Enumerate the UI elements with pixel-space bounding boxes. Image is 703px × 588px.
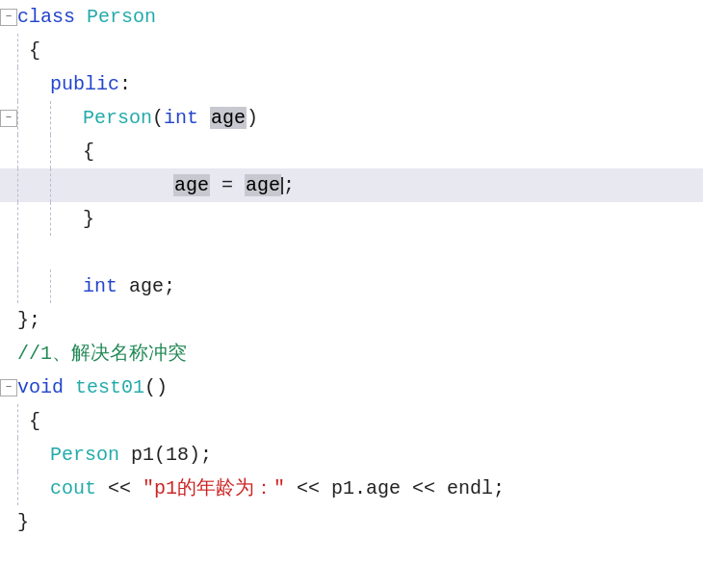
code-text: Person p1(18); (50, 438, 212, 472)
code-editor: − class Person { public: − Person(int ag… (0, 0, 703, 588)
code-text (29, 236, 40, 269)
guide-2 (17, 34, 29, 67)
code-line-13: { (0, 404, 703, 438)
code-text: cout << "p1的年龄为：" << p1.age << endl; (50, 472, 505, 505)
code-line-9: int age; (0, 269, 703, 303)
guide-4b (50, 101, 62, 135)
code-text: void test01() (17, 371, 168, 404)
code-text: } (17, 505, 29, 539)
code-line-8 (0, 236, 703, 269)
code-text: int age; (83, 269, 175, 303)
guide-8a (17, 236, 29, 269)
guide-9a (17, 269, 29, 303)
code-text: { (29, 34, 40, 67)
code-text: }; (17, 303, 40, 337)
guide-7a (17, 202, 29, 236)
code-line-10: }; (0, 303, 703, 337)
guide-5a (17, 135, 29, 168)
guide-14a (17, 438, 29, 472)
code-line-11: //1、解决名称冲突 (0, 337, 703, 371)
fold-marker-4[interactable]: − (0, 110, 17, 127)
guide-4a (17, 101, 29, 135)
guide-7b (50, 202, 62, 236)
code-text: public: (50, 67, 131, 101)
code-line-4: − Person(int age) (0, 101, 703, 135)
code-line-12: − void test01() (0, 371, 703, 404)
code-line-16: } (0, 505, 703, 539)
guide-3a (17, 67, 29, 101)
code-line-1: − class Person (0, 0, 703, 34)
guide-15a (17, 472, 29, 505)
guide-9b (50, 269, 62, 303)
fold-marker-1[interactable]: − (0, 9, 17, 26)
code-text: { (83, 135, 94, 168)
code-line-14: Person p1(18); (0, 438, 703, 472)
guide-6b (50, 168, 62, 202)
code-line-15: cout << "p1的年龄为：" << p1.age << endl; (0, 472, 703, 505)
fold-marker-12[interactable]: − (0, 379, 17, 396)
code-text: { (29, 404, 40, 438)
guide-13 (17, 404, 29, 438)
code-text: //1、解决名称冲突 (17, 337, 187, 371)
code-line-6: age = age; (0, 168, 703, 202)
code-line-2: { (0, 34, 703, 67)
guide-6a (17, 168, 29, 202)
code-text: Person(int age) (83, 101, 258, 135)
code-text: } (83, 202, 94, 236)
code-line-7: } (0, 202, 703, 236)
guide-5b (50, 135, 62, 168)
code-text: class Person (17, 0, 156, 34)
code-line-3: public: (0, 67, 703, 101)
